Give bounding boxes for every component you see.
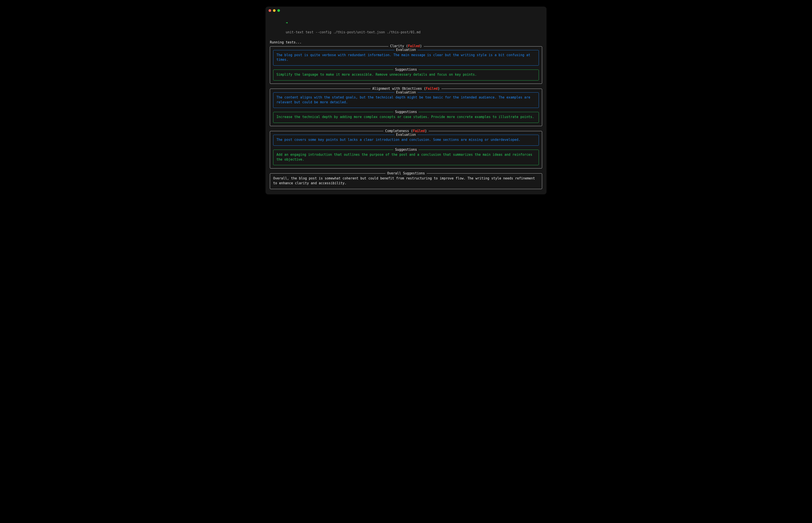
- suggestions-panel: Suggestions Increase the technical depth…: [273, 112, 539, 123]
- titlebar: [265, 6, 547, 15]
- evaluation-text: The content aligns with the stated goals…: [276, 95, 536, 105]
- evaluation-panel: Evaluation The content aligns with the s…: [273, 92, 539, 108]
- terminal-window: ➜ unit-text test --config ./this-post/un…: [265, 6, 547, 194]
- minimize-icon[interactable]: [273, 9, 276, 12]
- evaluation-label: Evaluation: [394, 48, 418, 52]
- evaluation-label: Evaluation: [394, 90, 418, 95]
- command-text: unit-text test --config ./this-post/unit…: [286, 30, 420, 34]
- evaluation-panel: Evaluation The post covers some key poin…: [273, 135, 539, 146]
- suggestions-label: Suggestions: [393, 67, 418, 72]
- suggestions-text: Simplify the language to make it more ac…: [276, 72, 536, 77]
- close-icon[interactable]: [269, 9, 271, 12]
- section-clarity: Clarity (Failed) Evaluation The blog pos…: [270, 46, 542, 84]
- evaluation-text: The post covers some key points but lack…: [276, 138, 536, 142]
- suggestions-panel: Suggestions Add an engaging introduction…: [273, 150, 539, 165]
- prompt-arrow-icon: ➜: [286, 21, 288, 25]
- section-alignment: Alignment with Objectives (Failed) Evalu…: [270, 89, 542, 126]
- suggestions-label: Suggestions: [393, 147, 418, 152]
- suggestions-text: Add an engaging introduction that outlin…: [276, 152, 536, 162]
- zoom-icon[interactable]: [277, 9, 280, 12]
- section-status: Failed: [426, 87, 438, 91]
- evaluation-panel: Evaluation The blog post is quite verbos…: [273, 50, 539, 66]
- prompt-line: ➜ unit-text test --config ./this-post/un…: [270, 16, 542, 40]
- section-completeness: Completeness (Failed) Evaluation The pos…: [270, 131, 542, 168]
- suggestions-panel: Suggestions Simplify the language to mak…: [273, 70, 539, 80]
- evaluation-label: Evaluation: [394, 132, 418, 137]
- suggestions-label: Suggestions: [393, 110, 418, 114]
- overall-text: Overall, the blog post is somewhat coher…: [273, 176, 539, 186]
- suggestions-text: Increase the technical depth by adding m…: [276, 115, 536, 120]
- terminal-body: ➜ unit-text test --config ./this-post/un…: [265, 15, 547, 194]
- overall-label: Overall Suggestions: [385, 171, 427, 176]
- evaluation-text: The blog post is quite verbose with redu…: [276, 53, 536, 62]
- overall-panel: Overall Suggestions Overall, the blog po…: [270, 173, 542, 189]
